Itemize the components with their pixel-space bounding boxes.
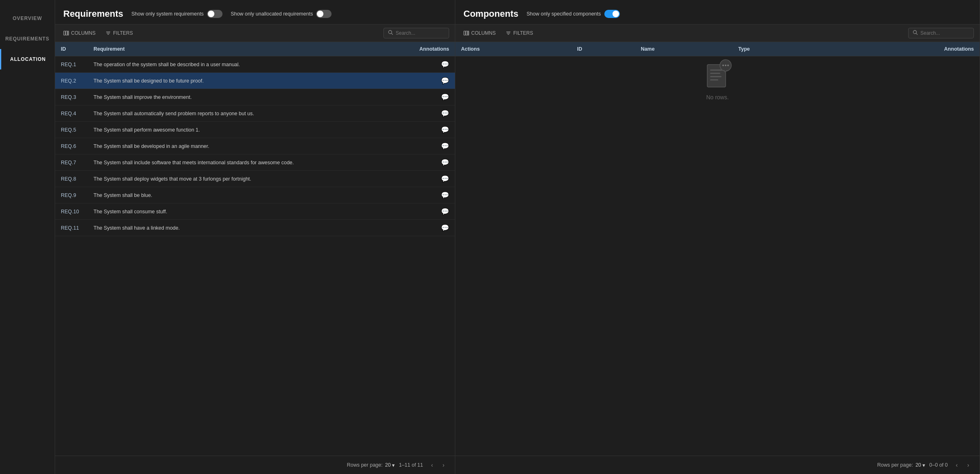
req-id-cell: REQ.5 (55, 122, 88, 138)
columns-button[interactable]: COLUMNS (61, 29, 98, 38)
toggle-unallocated: Show only unallocated requirements (231, 10, 332, 18)
svg-point-24 (727, 65, 729, 66)
svg-rect-9 (466, 31, 468, 35)
comp-next-page-button[interactable]: › (963, 460, 973, 470)
table-row[interactable]: REQ.3 The System shall improve the envir… (55, 89, 455, 105)
comp-rows-per-page-label: Rows per page: (877, 462, 913, 468)
col-id: ID (55, 42, 88, 56)
requirements-search-input[interactable] (396, 30, 445, 36)
table-row[interactable]: REQ.1 The operation of the system shall … (55, 56, 455, 73)
comp-rows-dropdown-icon: ▾ (922, 462, 925, 468)
table-row[interactable]: REQ.8 The System shall deploy widgets th… (55, 171, 455, 187)
req-text-cell: The System shall deploy widgets that mov… (88, 171, 414, 187)
no-rows-state: No rows. (455, 56, 980, 101)
req-id-cell: REQ.9 (55, 187, 88, 203)
req-annotation-cell: 💬 (414, 203, 455, 220)
filters-icon (105, 30, 111, 36)
components-table-container: Actions ID Name Type Annotations (455, 42, 980, 456)
svg-rect-20 (710, 79, 718, 80)
comp-prev-page-button[interactable]: ‹ (952, 460, 962, 470)
toggle-unallocated-switch[interactable] (316, 10, 332, 18)
table-row[interactable]: REQ.6 The System shall be developed in a… (55, 138, 455, 154)
prev-page-button[interactable]: ‹ (427, 460, 437, 470)
no-rows-text: No rows. (706, 94, 728, 101)
toggle-specified-label: Show only specified components (526, 11, 601, 17)
req-id-cell: REQ.1 (55, 56, 88, 73)
table-row[interactable]: REQ.9 The System shall be blue. 💬 (55, 187, 455, 203)
components-search-box[interactable] (908, 28, 974, 38)
requirements-panel: Requirements Show only system requiremen… (55, 0, 455, 474)
components-table: Actions ID Name Type Annotations (455, 42, 980, 56)
comp-columns-button[interactable]: COLUMNS (461, 29, 498, 38)
req-text-cell: The System shall include software that m… (88, 154, 414, 171)
table-row[interactable]: REQ.2 The System shall be designed to be… (55, 73, 455, 89)
comp-rows-per-page-group: Rows per page: 20 ▾ (877, 462, 925, 468)
next-page-button[interactable]: › (439, 460, 448, 470)
annotation-icon: 💬 (441, 77, 449, 84)
svg-line-7 (392, 34, 393, 35)
req-annotation-cell: 💬 (414, 154, 455, 171)
toggle-system-switch[interactable] (207, 10, 223, 18)
components-title: Components (463, 9, 518, 19)
table-row[interactable]: REQ.10 The System shall consume stuff. 💬 (55, 203, 455, 220)
comp-search-icon (913, 30, 918, 36)
req-annotation-cell: 💬 (414, 89, 455, 105)
table-row[interactable]: REQ.5 The System shall perform awesome f… (55, 122, 455, 138)
requirements-header: Requirements Show only system requiremen… (55, 0, 455, 25)
sidebar-item-requirements[interactable]: REQUIREMENTS (0, 29, 55, 49)
rows-per-page-select[interactable]: 20 ▾ (385, 462, 395, 468)
sidebar: OVERVIEW REQUIREMENTS ALLOCATION (0, 0, 55, 474)
req-annotation-cell: 💬 (414, 56, 455, 73)
comp-rows-per-page-select[interactable]: 20 ▾ (915, 462, 925, 468)
requirements-toolbar: COLUMNS FILTERS (55, 25, 455, 42)
comp-col-annotations: Annotations (821, 42, 980, 56)
req-text-cell: The System shall perform awesome functio… (88, 122, 414, 138)
toggle-unallocated-label: Show only unallocated requirements (231, 11, 313, 17)
main-content: Requirements Show only system requiremen… (55, 0, 980, 474)
comp-page-nav: ‹ › (952, 460, 973, 470)
rows-per-page-value: 20 (385, 462, 391, 468)
svg-point-14 (913, 31, 917, 34)
rows-dropdown-icon: ▾ (392, 462, 395, 468)
comp-columns-icon (463, 30, 469, 36)
col-requirement: Requirement (88, 42, 414, 56)
sidebar-item-allocation[interactable]: ALLOCATION (0, 49, 55, 69)
requirements-table-body: REQ.1 The operation of the system shall … (55, 56, 455, 236)
svg-rect-10 (468, 31, 469, 35)
table-row[interactable]: REQ.4 The System shall automatically sen… (55, 105, 455, 122)
table-row[interactable]: REQ.11 The System shall have a linked mo… (55, 220, 455, 236)
components-toolbar: COLUMNS FILTERS (455, 25, 980, 42)
comp-col-name: Name (635, 42, 733, 56)
comp-filters-button[interactable]: FILTERS (503, 29, 535, 38)
sidebar-item-overview[interactable]: OVERVIEW (0, 8, 55, 29)
svg-point-23 (725, 65, 726, 66)
components-search-input[interactable] (920, 30, 969, 36)
requirements-table-container: ID Requirement Annotations REQ.1 The ope… (55, 42, 455, 456)
req-id-cell: REQ.4 (55, 105, 88, 122)
req-text-cell: The System shall have a linked mode. (88, 220, 414, 236)
req-text-cell: The System shall be blue. (88, 187, 414, 203)
req-annotation-cell: 💬 (414, 171, 455, 187)
filters-button[interactable]: FILTERS (103, 29, 135, 38)
annotation-icon: 💬 (441, 126, 449, 133)
requirements-search-box[interactable] (383, 28, 449, 38)
svg-rect-19 (710, 76, 722, 77)
svg-rect-0 (64, 31, 65, 35)
req-annotation-cell: 💬 (414, 138, 455, 154)
requirements-table-header: ID Requirement Annotations (55, 42, 455, 56)
table-row[interactable]: REQ.7 The System shall include software … (55, 154, 455, 171)
req-annotation-cell: 💬 (414, 122, 455, 138)
svg-rect-17 (710, 69, 722, 71)
toggle-specified-switch[interactable] (604, 10, 620, 18)
annotation-icon: 💬 (441, 61, 449, 68)
components-header: Components Show only specified component… (455, 0, 980, 25)
svg-point-6 (389, 31, 392, 34)
components-panel: Components Show only specified component… (455, 0, 980, 474)
search-icon (388, 30, 393, 36)
filters-label: FILTERS (113, 30, 133, 36)
svg-line-15 (916, 34, 918, 35)
svg-rect-2 (68, 31, 69, 35)
req-annotation-cell: 💬 (414, 73, 455, 89)
annotation-icon: 💬 (441, 224, 449, 231)
req-text-cell: The System shall be developed in an agil… (88, 138, 414, 154)
